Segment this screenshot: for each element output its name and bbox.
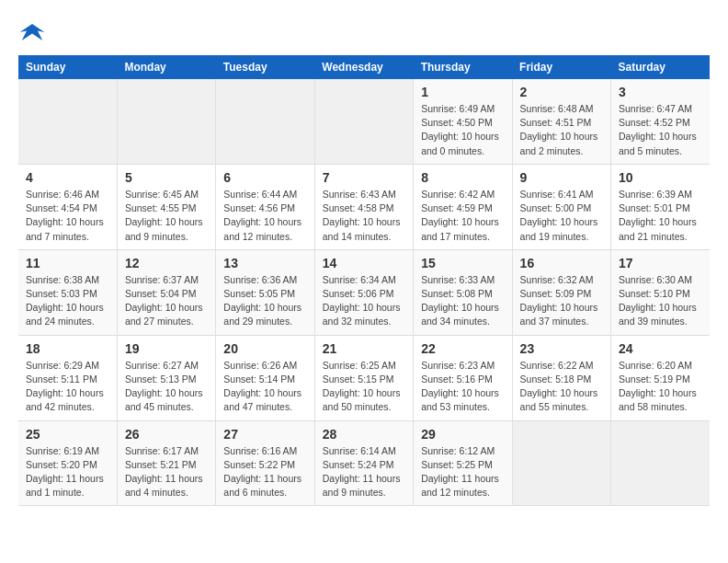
logo xyxy=(18,18,50,46)
day-info: Sunrise: 6:45 AM Sunset: 4:55 PM Dayligh… xyxy=(125,188,208,244)
calendar-cell: 15Sunrise: 6:33 AM Sunset: 5:08 PM Dayli… xyxy=(414,249,512,335)
day-number: 12 xyxy=(125,256,208,270)
day-info: Sunrise: 6:37 AM Sunset: 5:04 PM Dayligh… xyxy=(125,273,208,329)
calendar-cell: 20Sunrise: 6:26 AM Sunset: 5:14 PM Dayli… xyxy=(216,335,314,420)
calendar-cell: 7Sunrise: 6:43 AM Sunset: 4:58 PM Daylig… xyxy=(314,164,413,249)
week-row-2: 4Sunrise: 6:46 AM Sunset: 4:54 PM Daylig… xyxy=(18,164,710,249)
day-info: Sunrise: 6:33 AM Sunset: 5:08 PM Dayligh… xyxy=(421,273,504,329)
page-header xyxy=(18,18,710,46)
calendar-cell: 16Sunrise: 6:32 AM Sunset: 5:09 PM Dayli… xyxy=(512,249,610,335)
day-number: 3 xyxy=(619,85,702,99)
calendar-cell: 25Sunrise: 6:19 AM Sunset: 5:20 PM Dayli… xyxy=(18,420,117,506)
day-header-tuesday: Tuesday xyxy=(216,55,314,79)
day-number: 22 xyxy=(421,341,504,356)
day-info: Sunrise: 6:12 AM Sunset: 5:25 PM Dayligh… xyxy=(421,444,504,500)
day-info: Sunrise: 6:14 AM Sunset: 5:24 PM Dayligh… xyxy=(323,444,405,500)
day-info: Sunrise: 6:43 AM Sunset: 4:58 PM Dayligh… xyxy=(323,188,405,244)
week-row-4: 18Sunrise: 6:29 AM Sunset: 5:11 PM Dayli… xyxy=(18,335,710,420)
day-info: Sunrise: 6:27 AM Sunset: 5:13 PM Dayligh… xyxy=(125,359,208,415)
day-number: 7 xyxy=(323,170,405,185)
calendar-cell: 8Sunrise: 6:42 AM Sunset: 4:59 PM Daylig… xyxy=(414,164,512,249)
day-number: 29 xyxy=(421,427,504,442)
day-info: Sunrise: 6:46 AM Sunset: 4:54 PM Dayligh… xyxy=(26,188,109,244)
day-info: Sunrise: 6:34 AM Sunset: 5:06 PM Dayligh… xyxy=(323,273,405,329)
calendar-cell xyxy=(117,79,215,164)
day-info: Sunrise: 6:38 AM Sunset: 5:03 PM Dayligh… xyxy=(26,273,109,329)
day-header-saturday: Saturday xyxy=(611,55,710,79)
day-info: Sunrise: 6:36 AM Sunset: 5:05 PM Dayligh… xyxy=(223,273,306,329)
calendar-cell: 1Sunrise: 6:49 AM Sunset: 4:50 PM Daylig… xyxy=(414,79,512,164)
day-number: 1 xyxy=(421,85,504,99)
week-row-3: 11Sunrise: 6:38 AM Sunset: 5:03 PM Dayli… xyxy=(18,249,710,335)
day-number: 11 xyxy=(26,256,109,270)
day-number: 18 xyxy=(26,341,109,356)
calendar-cell: 23Sunrise: 6:22 AM Sunset: 5:18 PM Dayli… xyxy=(512,335,610,420)
day-number: 25 xyxy=(26,427,109,442)
day-info: Sunrise: 6:23 AM Sunset: 5:16 PM Dayligh… xyxy=(421,359,504,415)
calendar-cell: 14Sunrise: 6:34 AM Sunset: 5:06 PM Dayli… xyxy=(314,249,413,335)
calendar-cell: 27Sunrise: 6:16 AM Sunset: 5:22 PM Dayli… xyxy=(216,420,314,506)
day-info: Sunrise: 6:30 AM Sunset: 5:10 PM Dayligh… xyxy=(619,273,702,329)
day-number: 13 xyxy=(223,256,306,270)
calendar-cell: 17Sunrise: 6:30 AM Sunset: 5:10 PM Dayli… xyxy=(611,249,710,335)
calendar-cell: 11Sunrise: 6:38 AM Sunset: 5:03 PM Dayli… xyxy=(18,249,117,335)
calendar-cell: 22Sunrise: 6:23 AM Sunset: 5:16 PM Dayli… xyxy=(414,335,512,420)
calendar-cell: 12Sunrise: 6:37 AM Sunset: 5:04 PM Dayli… xyxy=(117,249,215,335)
day-info: Sunrise: 6:20 AM Sunset: 5:19 PM Dayligh… xyxy=(619,359,702,415)
day-number: 10 xyxy=(619,170,702,185)
day-header-sunday: Sunday xyxy=(18,55,117,79)
day-header-thursday: Thursday xyxy=(414,55,512,79)
day-number: 15 xyxy=(421,256,504,270)
day-info: Sunrise: 6:42 AM Sunset: 4:59 PM Dayligh… xyxy=(421,188,504,244)
calendar-cell: 24Sunrise: 6:20 AM Sunset: 5:19 PM Dayli… xyxy=(611,335,710,420)
calendar-cell xyxy=(18,79,117,164)
day-number: 5 xyxy=(125,170,208,185)
day-number: 4 xyxy=(26,170,109,185)
day-number: 14 xyxy=(323,256,405,270)
day-number: 21 xyxy=(323,341,405,356)
week-row-5: 25Sunrise: 6:19 AM Sunset: 5:20 PM Dayli… xyxy=(18,420,710,506)
day-number: 6 xyxy=(223,170,306,185)
calendar-cell xyxy=(611,420,710,506)
calendar-cell: 28Sunrise: 6:14 AM Sunset: 5:24 PM Dayli… xyxy=(314,420,413,506)
calendar-cell: 9Sunrise: 6:41 AM Sunset: 5:00 PM Daylig… xyxy=(512,164,610,249)
logo-bird-icon xyxy=(18,18,46,46)
day-number: 23 xyxy=(520,341,603,356)
calendar-table: SundayMondayTuesdayWednesdayThursdayFrid… xyxy=(18,55,710,506)
day-info: Sunrise: 6:48 AM Sunset: 4:51 PM Dayligh… xyxy=(520,102,603,158)
calendar-cell: 2Sunrise: 6:48 AM Sunset: 4:51 PM Daylig… xyxy=(512,79,610,164)
day-number: 17 xyxy=(619,256,702,270)
day-number: 16 xyxy=(520,256,603,270)
day-info: Sunrise: 6:47 AM Sunset: 4:52 PM Dayligh… xyxy=(619,102,702,158)
day-number: 26 xyxy=(125,427,208,442)
calendar-cell: 6Sunrise: 6:44 AM Sunset: 4:56 PM Daylig… xyxy=(216,164,314,249)
day-info: Sunrise: 6:19 AM Sunset: 5:20 PM Dayligh… xyxy=(26,444,109,500)
day-info: Sunrise: 6:26 AM Sunset: 5:14 PM Dayligh… xyxy=(223,359,306,415)
day-info: Sunrise: 6:25 AM Sunset: 5:15 PM Dayligh… xyxy=(323,359,405,415)
day-info: Sunrise: 6:16 AM Sunset: 5:22 PM Dayligh… xyxy=(223,444,306,500)
day-number: 8 xyxy=(421,170,504,185)
calendar-cell: 26Sunrise: 6:17 AM Sunset: 5:21 PM Dayli… xyxy=(117,420,215,506)
day-info: Sunrise: 6:17 AM Sunset: 5:21 PM Dayligh… xyxy=(125,444,208,500)
day-info: Sunrise: 6:29 AM Sunset: 5:11 PM Dayligh… xyxy=(26,359,109,415)
day-number: 28 xyxy=(323,427,405,442)
calendar-cell: 18Sunrise: 6:29 AM Sunset: 5:11 PM Dayli… xyxy=(18,335,117,420)
calendar-header-row: SundayMondayTuesdayWednesdayThursdayFrid… xyxy=(18,55,710,79)
calendar-cell: 13Sunrise: 6:36 AM Sunset: 5:05 PM Dayli… xyxy=(216,249,314,335)
day-info: Sunrise: 6:44 AM Sunset: 4:56 PM Dayligh… xyxy=(223,188,306,244)
day-info: Sunrise: 6:32 AM Sunset: 5:09 PM Dayligh… xyxy=(520,273,603,329)
calendar-cell: 10Sunrise: 6:39 AM Sunset: 5:01 PM Dayli… xyxy=(611,164,710,249)
calendar-cell: 5Sunrise: 6:45 AM Sunset: 4:55 PM Daylig… xyxy=(117,164,215,249)
day-number: 24 xyxy=(619,341,702,356)
week-row-1: 1Sunrise: 6:49 AM Sunset: 4:50 PM Daylig… xyxy=(18,79,710,164)
calendar-cell: 29Sunrise: 6:12 AM Sunset: 5:25 PM Dayli… xyxy=(414,420,512,506)
calendar-cell: 19Sunrise: 6:27 AM Sunset: 5:13 PM Dayli… xyxy=(117,335,215,420)
svg-marker-0 xyxy=(20,24,45,40)
calendar-cell: 21Sunrise: 6:25 AM Sunset: 5:15 PM Dayli… xyxy=(314,335,413,420)
day-number: 20 xyxy=(223,341,306,356)
day-info: Sunrise: 6:22 AM Sunset: 5:18 PM Dayligh… xyxy=(520,359,603,415)
calendar-cell xyxy=(512,420,610,506)
calendar-cell: 4Sunrise: 6:46 AM Sunset: 4:54 PM Daylig… xyxy=(18,164,117,249)
day-info: Sunrise: 6:49 AM Sunset: 4:50 PM Dayligh… xyxy=(421,102,504,158)
day-info: Sunrise: 6:41 AM Sunset: 5:00 PM Dayligh… xyxy=(520,188,603,244)
